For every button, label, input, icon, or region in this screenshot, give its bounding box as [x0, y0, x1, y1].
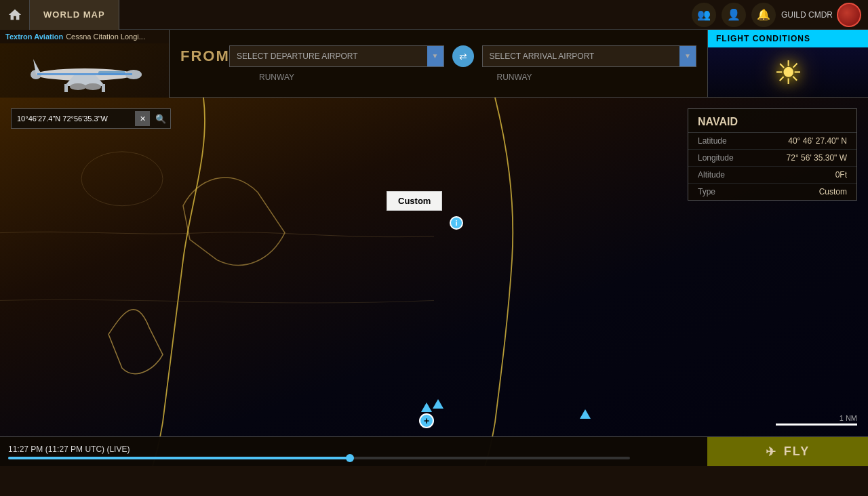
aircraft-model: Cessna Citation Longi...: [66, 33, 145, 41]
world-map-tab[interactable]: WORLD MAP: [30, 0, 119, 30]
marker-plus-1[interactable]: +: [419, 413, 434, 428]
scale-line: [776, 423, 857, 426]
route-panel: FROM SELECT DEPARTURE AIRPORT ▼ ⇄ SELECT…: [170, 30, 707, 97]
navaid-type-row: Type Custom: [688, 184, 856, 200]
fly-button[interactable]: ✈ FLY: [707, 437, 868, 467]
time-slider-fill: [8, 457, 350, 459]
custom-label: Custom: [398, 196, 431, 206]
navaid-latitude-key: Latitude: [698, 136, 727, 146]
flight-header: Textron Aviation Cessna Citation Longi..…: [0, 30, 868, 98]
flight-conditions-content[interactable]: ☀: [708, 47, 868, 97]
departure-airport-select[interactable]: SELECT DEPARTURE AIRPORT ▼: [229, 45, 444, 67]
aircraft-background: Textron Aviation Cessna Citation Longi..…: [0, 30, 169, 98]
navaid-longitude-value: 72° 56' 35.30" W: [787, 153, 847, 163]
custom-pin-marker[interactable]: i: [449, 215, 464, 230]
arrival-dropdown-arrow[interactable]: ▼: [679, 46, 696, 66]
svg-text:i: i: [455, 219, 457, 227]
marker-triangle-2: [433, 399, 443, 409]
departure-dropdown-arrow[interactable]: ▼: [427, 46, 443, 66]
fly-label: FLY: [784, 445, 810, 459]
aircraft-silhouette: [17, 49, 153, 93]
navaid-panel: NAVAID Latitude 40° 46' 27.40" N Longitu…: [688, 108, 857, 201]
navaid-title: NAVAID: [688, 109, 856, 133]
navaid-latitude-value: 40° 46' 27.40" N: [788, 136, 847, 146]
swap-airports-button[interactable]: ⇄: [452, 45, 474, 67]
navaid-latitude-row: Latitude 40° 46' 27.40" N: [688, 133, 856, 150]
navaid-longitude-key: Longitude: [698, 153, 734, 163]
navaid-type-value: Custom: [819, 187, 847, 197]
top-bar-icons: 👥 👤 🔔 GUILD CMDR: [692, 3, 868, 27]
search-input[interactable]: [12, 115, 134, 123]
svg-rect-6: [102, 84, 105, 92]
marker-triangle-1: [421, 402, 432, 412]
time-slider-thumb[interactable]: [346, 454, 354, 462]
aircraft-image-area[interactable]: [0, 43, 169, 98]
search-icon-button[interactable]: 🔍: [151, 109, 170, 128]
aircraft-name-bar: Textron Aviation Cessna Citation Longi..…: [0, 30, 169, 43]
departure-placeholder: SELECT DEPARTURE AIRPORT: [237, 51, 358, 61]
navaid-marker-3[interactable]: [580, 409, 591, 419]
home-button[interactable]: [0, 0, 30, 30]
navaid-altitude-row: Altitude 0Ft: [688, 167, 856, 184]
time-slider-track[interactable]: [8, 457, 630, 459]
marker-triangle-3: [580, 409, 591, 419]
svg-point-8: [85, 83, 101, 90]
navaid-type-key: Type: [698, 187, 715, 197]
departure-runway-label: RUNWAY: [259, 73, 459, 82]
navaid-longitude-row: Longitude 72° 56' 35.30" W: [688, 150, 856, 167]
bell-icon-button[interactable]: 🔔: [751, 3, 776, 27]
time-display: 11:27 PM (11:27 PM UTC) (LIVE): [0, 442, 707, 462]
search-clear-button[interactable]: ✕: [135, 111, 150, 126]
from-label: FROM: [180, 47, 221, 65]
guild-cmdr-label: GUILD CMDR: [781, 10, 833, 20]
aircraft-panel: Textron Aviation Cessna Citation Longi..…: [0, 30, 170, 98]
svg-point-7: [70, 83, 86, 90]
guild-cmdr-section[interactable]: GUILD CMDR: [781, 3, 861, 27]
bottom-bar: 11:27 PM (11:27 PM UTC) (LIVE) ✈ FLY: [0, 436, 868, 466]
time-text: 11:27 PM (11:27 PM UTC) (LIVE): [8, 445, 699, 454]
svg-point-11: [81, 152, 163, 206]
flight-conditions-title: FLIGHT CONDITIONS: [708, 30, 868, 47]
navaid-altitude-value: 0Ft: [835, 170, 847, 180]
navaid-marker-2[interactable]: [433, 399, 443, 409]
search-bar: ✕ 🔍: [11, 108, 171, 129]
group-icon-button[interactable]: 👥: [692, 3, 716, 27]
arrival-runway-label: RUNWAY: [497, 73, 697, 82]
flight-conditions-panel: FLIGHT CONDITIONS ☀: [707, 30, 868, 97]
navaid-altitude-key: Altitude: [698, 170, 725, 180]
map-container[interactable]: ✕ 🔍 Custom i + NAVAID Latitude 40° 46' 2…: [0, 98, 868, 466]
user-icon-button[interactable]: 👤: [722, 3, 746, 27]
custom-tooltip: Custom: [387, 191, 442, 211]
top-bar: WORLD MAP 👥 👤 🔔 GUILD CMDR: [0, 0, 868, 30]
from-row: FROM SELECT DEPARTURE AIRPORT ▼ ⇄ SELECT…: [180, 45, 696, 67]
runway-row: RUNWAY RUNWAY: [180, 73, 696, 82]
fly-plane-icon: ✈: [766, 445, 777, 459]
svg-rect-5: [64, 84, 68, 92]
sun-icon: ☀: [774, 54, 803, 91]
scale-label: 1 NM: [840, 414, 857, 422]
avatar: [837, 3, 861, 27]
scale-bar: 1 NM: [776, 414, 857, 426]
navaid-marker-1[interactable]: +: [419, 402, 434, 428]
arrival-airport-select[interactable]: SELECT ARRIVAL AIRPORT ▼: [482, 45, 697, 67]
svg-rect-10: [37, 73, 132, 75]
aircraft-brand: Textron Aviation: [5, 33, 63, 41]
arrival-placeholder: SELECT ARRIVAL AIRPORT: [490, 51, 595, 61]
